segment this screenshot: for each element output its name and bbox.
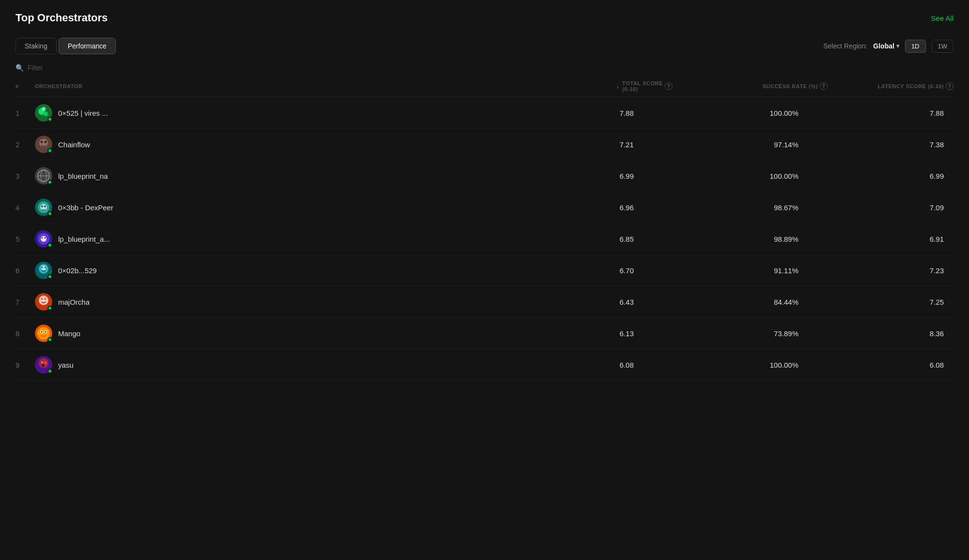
avatar [35, 104, 52, 122]
svg-point-37 [45, 331, 47, 333]
page-header: Top Orchestrators See All [16, 12, 953, 24]
svg-point-30 [42, 298, 43, 300]
controls-row: Staking Performance Select Region: Globa… [16, 38, 953, 54]
filter-placeholder: Filter [28, 64, 43, 72]
orchestrator-name: Mango [58, 329, 80, 338]
latency-score: 7.88 [828, 109, 953, 117]
success-rate: 73.89% [702, 329, 828, 338]
table-row[interactable]: 7 majOrcha 6.43 84.44% 7.25 [16, 286, 953, 318]
table-row[interactable]: 4 0×3bb - DexPeer 6.96 98.67% 7.09 [16, 192, 953, 223]
row-orchestrator: yasu [35, 356, 566, 373]
success-rate: 98.67% [702, 203, 828, 212]
table-row[interactable]: 3 lp_blueprint_na 6.99 100.00% 6.99 [16, 160, 953, 192]
svg-point-16 [44, 205, 46, 207]
status-dot [47, 148, 52, 153]
orchestrator-name: lp_blueprint_a... [58, 235, 110, 243]
region-label: Select Region: [823, 42, 867, 50]
time-btn-1d[interactable]: 1D [905, 40, 926, 53]
total-score: 6.13 [566, 329, 672, 338]
row-rank: 2 [16, 140, 35, 149]
svg-point-41 [45, 362, 47, 364]
col-header-total-score: ↓ TOTAL SCORE(0-10) ? [566, 80, 672, 92]
row-orchestrator: lp_blueprint_a... [35, 230, 566, 248]
latency-score: 6.08 [828, 361, 953, 369]
row-orchestrator: 0×02b...529 [35, 262, 566, 279]
table-body: 1 0×525 | vires ... 7.88 100.00% 7.88 2 … [16, 97, 953, 381]
time-btn-1w[interactable]: 1W [932, 40, 954, 53]
success-rate: 91.11% [702, 266, 828, 275]
status-dot [47, 337, 52, 342]
avatar [35, 293, 52, 311]
svg-point-40 [41, 361, 43, 363]
filter-row: 🔍 Filter [16, 64, 953, 72]
svg-point-2 [43, 111, 48, 116]
success-rate: 97.14% [702, 140, 828, 149]
svg-point-14 [40, 204, 47, 211]
sort-arrow-icon: ↓ [616, 83, 619, 89]
row-orchestrator: lp_blueprint_na [35, 167, 566, 185]
row-rank: 7 [16, 298, 35, 306]
success-rate: 98.89% [702, 235, 828, 243]
orchestrator-name: Chainflow [58, 140, 90, 149]
table-row[interactable]: 6 0×02b...529 6.70 91.11% 7.23 [16, 255, 953, 286]
total-score: 6.85 [566, 235, 672, 243]
row-rank: 3 [16, 172, 35, 180]
status-dot [47, 117, 52, 122]
tab-staking[interactable]: Staking [16, 38, 57, 54]
see-all-link[interactable]: See All [931, 14, 953, 22]
avatar [35, 167, 52, 185]
total-score: 6.08 [566, 361, 672, 369]
status-dot [47, 243, 52, 248]
success-rate-help-icon[interactable]: ? [820, 82, 828, 90]
row-orchestrator: majOrcha [35, 293, 566, 311]
success-rate: 100.00% [702, 361, 828, 369]
avatar [35, 325, 52, 342]
row-rank: 4 [16, 203, 35, 212]
col-header-success-rate: SUCCESS RATE (%) ? [702, 82, 828, 90]
col-header-num: # [16, 83, 35, 89]
col-header-orchestrator: ORCHESTRATOR [35, 83, 566, 89]
row-orchestrator: Mango [35, 325, 566, 342]
status-dot [47, 306, 52, 311]
svg-point-21 [45, 237, 46, 239]
total-score: 7.88 [566, 109, 672, 117]
status-dot [47, 369, 52, 373]
table-row[interactable]: 9 yasu 6.08 100.00% 6.08 [16, 349, 953, 381]
total-score: 7.21 [566, 140, 672, 149]
latency-score: 8.36 [828, 329, 953, 338]
table-row[interactable]: 2 Chainflow 7.21 97.14% 7.38 [16, 129, 953, 160]
latency-score-help-icon[interactable]: ? [946, 82, 953, 90]
row-orchestrator: Chainflow [35, 136, 566, 153]
filter-input-wrapper[interactable]: 🔍 Filter [16, 64, 953, 72]
orchestrator-name: 0×525 | vires ... [58, 109, 108, 117]
row-rank: 8 [16, 329, 35, 338]
avatar [35, 230, 52, 248]
avatar [35, 136, 52, 153]
latency-score: 7.09 [828, 203, 953, 212]
svg-point-7 [45, 141, 47, 143]
orchestrator-name: majOrcha [58, 298, 90, 306]
table-row[interactable]: 5 lp_blueprint_a... 6.85 98.89% 6.91 [16, 223, 953, 255]
svg-point-42 [42, 364, 45, 367]
svg-point-6 [41, 141, 43, 143]
row-orchestrator: 0×3bb - DexPeer [35, 199, 566, 216]
row-orchestrator: 0×525 | vires ... [35, 104, 566, 122]
latency-score: 7.25 [828, 298, 953, 306]
tab-performance[interactable]: Performance [59, 38, 116, 54]
region-select[interactable]: Global [873, 42, 899, 50]
table-row[interactable]: 1 0×525 | vires ... 7.88 100.00% 7.88 [16, 97, 953, 129]
svg-point-25 [42, 267, 43, 268]
row-rank: 6 [16, 266, 35, 275]
total-score-help-icon[interactable]: ? [665, 82, 672, 90]
latency-score: 7.23 [828, 266, 953, 275]
status-dot [47, 274, 52, 279]
total-score: 6.96 [566, 203, 672, 212]
table-row[interactable]: 8 Mango 6.13 73.89% 8.36 [16, 318, 953, 349]
col-header-latency-score: LATENCY SCORE (0-10) ? [828, 82, 953, 90]
latency-score: 7.38 [828, 140, 953, 149]
row-rank: 5 [16, 235, 35, 243]
status-dot [47, 211, 52, 216]
svg-point-19 [41, 236, 47, 242]
search-icon: 🔍 [16, 64, 24, 72]
table-header: # ORCHESTRATOR ↓ TOTAL SCORE(0-10) ? SUC… [16, 76, 953, 97]
